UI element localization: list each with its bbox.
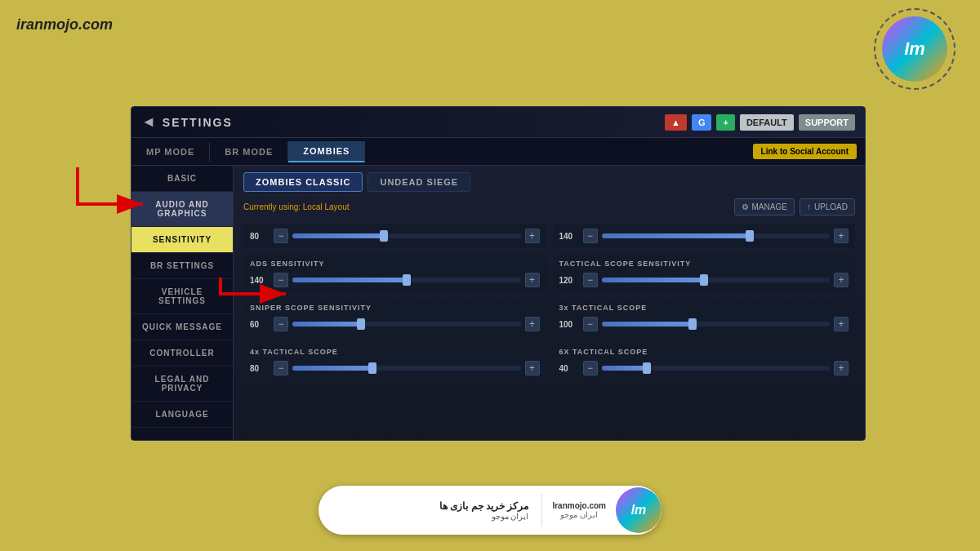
- slider-decrease-btn[interactable]: −: [583, 317, 598, 331]
- sidebar-item-legal-privacy[interactable]: LEGAL AND PRIVACY: [131, 367, 233, 402]
- slider-track[interactable]: [602, 278, 831, 282]
- slider-thumb: [700, 274, 708, 286]
- slider-track[interactable]: [602, 366, 831, 371]
- layout-info-row: Currently using: Local Layout ⚙ MANAGE ↑…: [243, 198, 855, 216]
- slider-decrease-btn[interactable]: −: [583, 361, 598, 375]
- layout-actions: ⚙ MANAGE ↑ UPLOAD: [734, 198, 855, 216]
- slider-value: 40: [559, 364, 579, 373]
- banner-logo: Im: [616, 487, 662, 533]
- social-link-button[interactable]: Link to Social Account: [753, 144, 857, 159]
- layout-text: Currently using: Local Layout: [243, 202, 350, 211]
- slider-decrease-btn[interactable]: −: [274, 229, 288, 243]
- upload-button[interactable]: ↑ UPLOAD: [800, 198, 855, 216]
- slider-decrease-btn[interactable]: −: [274, 361, 288, 375]
- slider-row: 140 − +: [250, 273, 540, 287]
- sens-label-4x: 4x TACTICAL SCOPE: [250, 348, 540, 356]
- banner-url-area: Iranmojo.com ایران موجو: [542, 496, 616, 524]
- panel-body: BASIC AUDIO AND GRAPHICS SENSITIVITY BR …: [131, 166, 865, 440]
- slider-increase-btn[interactable]: +: [525, 273, 540, 287]
- main-content: ZOMBIES CLASSIC UNDEAD SIEGE Currently u…: [234, 166, 865, 440]
- slider-track[interactable]: [602, 322, 831, 327]
- slider-thumb: [380, 230, 388, 242]
- slider-track[interactable]: [292, 278, 521, 282]
- default-button[interactable]: DEFAULT: [740, 114, 794, 131]
- slider-decrease-btn[interactable]: −: [583, 273, 598, 287]
- slider-value: 140: [250, 276, 270, 285]
- tab-mp-mode[interactable]: MP MODE: [131, 142, 210, 162]
- slider-increase-btn[interactable]: +: [525, 229, 540, 243]
- slider-decrease-btn[interactable]: −: [274, 273, 288, 287]
- slider-row: 40 − +: [559, 361, 849, 375]
- slider-row: 140 − +: [559, 229, 849, 243]
- tab-zombies[interactable]: ZOMBIES: [288, 141, 365, 162]
- header-right-buttons: ▲ G + DEFAULT SUPPORT: [665, 114, 855, 131]
- slider-row: 100 − +: [559, 317, 849, 331]
- slider-track[interactable]: [602, 233, 831, 238]
- sens-row-4x: 4x TACTICAL SCOPE 80 − +: [243, 343, 546, 380]
- upload-icon: ↑: [807, 202, 811, 211]
- sidebar-item-audio-graphics[interactable]: AUDIO AND GRAPHICS: [131, 192, 233, 227]
- sidebar-item-sensitivity[interactable]: SENSITIVITY: [131, 227, 233, 253]
- slider-row: 80 − +: [250, 361, 540, 375]
- logo-inner: Im: [882, 16, 947, 82]
- slider-row: 80 − +: [250, 229, 540, 243]
- slider-increase-btn[interactable]: +: [834, 273, 849, 287]
- banner-sub-url: ایران موجو: [552, 510, 606, 519]
- sidebar-item-controller[interactable]: CONTROLLER: [131, 340, 233, 367]
- slider-thumb: [357, 318, 365, 330]
- slider-increase-btn[interactable]: +: [525, 317, 540, 331]
- slider-decrease-btn[interactable]: −: [274, 317, 288, 331]
- watermark-text: iranmojo.com: [16, 16, 113, 33]
- sidebar-item-language[interactable]: LANGUAGE: [131, 402, 233, 428]
- sens-label-tactical: TACTICAL SCOPE SENSITIVITY: [559, 260, 849, 268]
- sens-row-sniper: SNIPER SCOPE SENSITIVITY 60 − +: [243, 299, 546, 336]
- slider-thumb: [688, 318, 697, 330]
- sidebar-item-br-settings[interactable]: BR SETTINGS: [131, 253, 233, 279]
- slider-thumb: [403, 274, 411, 286]
- sens-row-1-right: 140 − +: [553, 224, 856, 248]
- sub-tab-zombies-classic[interactable]: ZOMBIES CLASSIC: [243, 172, 363, 192]
- slider-increase-btn[interactable]: +: [525, 361, 540, 375]
- slider-fill: [602, 233, 751, 238]
- slider-fill: [602, 278, 705, 282]
- sens-label-3x: 3x TACTICAL SCOPE: [559, 304, 849, 312]
- bottom-banner: مرکز خرید جم بازی ها ایران موجو Iranmojo…: [318, 486, 662, 535]
- rank-button[interactable]: ▲: [665, 114, 687, 131]
- title-area: ◄ SETTINGS: [141, 113, 233, 131]
- support-button[interactable]: SUPPORT: [799, 114, 855, 131]
- sens-label-ads: ADS SENSITIVITY: [250, 260, 540, 268]
- sub-tab-undead-siege[interactable]: UNDEAD SIEGE: [368, 172, 470, 192]
- top-right-logo: Im: [874, 8, 956, 90]
- google-button[interactable]: G: [692, 114, 712, 131]
- slider-track[interactable]: [292, 366, 521, 371]
- sens-label-6x: 6X TACTICAL SCOPE: [559, 348, 849, 356]
- sidebar-item-quick-message[interactable]: QUICK MESSAGE: [131, 314, 233, 340]
- tab-br-mode[interactable]: BR MODE: [210, 142, 288, 162]
- slider-decrease-btn[interactable]: −: [583, 229, 598, 243]
- slider-row: 60 − +: [250, 317, 540, 331]
- sub-tabs: ZOMBIES CLASSIC UNDEAD SIEGE: [243, 172, 855, 192]
- plus-button[interactable]: +: [716, 114, 734, 131]
- back-arrow-icon[interactable]: ◄: [141, 113, 156, 131]
- slider-value: 80: [250, 364, 270, 373]
- sens-row-tactical-scope: TACTICAL SCOPE SENSITIVITY 120 − +: [553, 255, 856, 292]
- slider-fill: [292, 322, 361, 327]
- slider-thumb: [368, 362, 376, 374]
- sidebar-item-basic[interactable]: BASIC: [131, 166, 233, 192]
- slider-value: 120: [559, 276, 579, 285]
- slider-fill: [602, 322, 693, 327]
- sens-row-ads: ADS SENSITIVITY 140 − +: [243, 255, 546, 292]
- slider-fill: [602, 366, 648, 371]
- sidebar-item-vehicle-settings[interactable]: VEHICLE SETTINGS: [131, 279, 233, 314]
- slider-increase-btn[interactable]: +: [834, 361, 849, 375]
- settings-header: ◄ SETTINGS ▲ G + DEFAULT SUPPORT: [131, 107, 865, 138]
- slider-thumb: [746, 230, 754, 242]
- manage-icon: ⚙: [742, 202, 749, 211]
- slider-track[interactable]: [292, 322, 521, 327]
- sidebar: BASIC AUDIO AND GRAPHICS SENSITIVITY BR …: [131, 166, 234, 440]
- slider-value: 140: [559, 232, 579, 241]
- slider-increase-btn[interactable]: +: [834, 229, 849, 243]
- slider-increase-btn[interactable]: +: [834, 317, 849, 331]
- manage-button[interactable]: ⚙ MANAGE: [734, 198, 795, 216]
- slider-track[interactable]: [292, 233, 521, 238]
